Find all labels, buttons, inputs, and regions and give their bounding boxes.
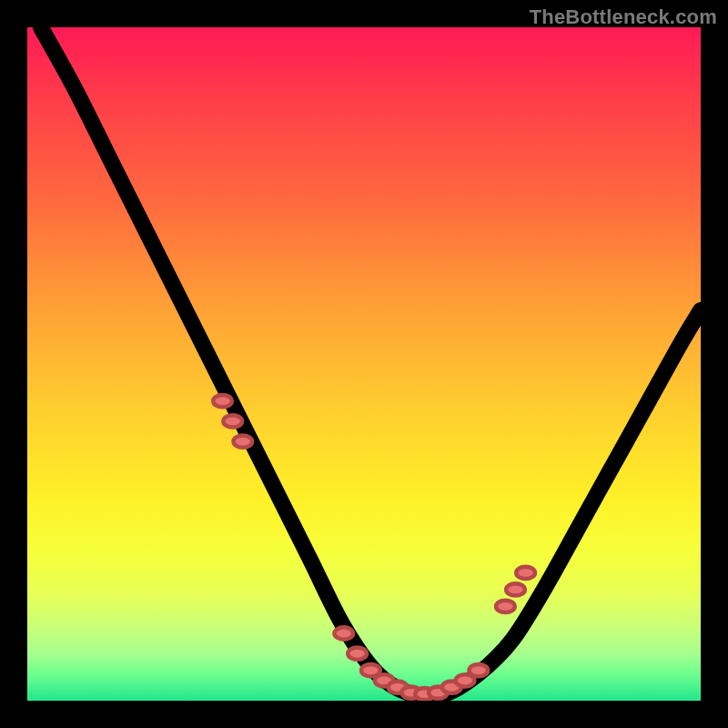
outer-frame: TheBottleneck.com — [0, 0, 728, 728]
plot-area — [27, 27, 701, 701]
data-point — [223, 415, 242, 427]
chart-overlay — [27, 27, 701, 701]
watermark-text: TheBottleneck.com — [530, 5, 717, 29]
data-point — [213, 395, 232, 407]
data-point — [348, 648, 367, 660]
data-point — [516, 567, 535, 579]
data-point — [334, 627, 353, 639]
data-point — [506, 583, 525, 595]
data-point — [469, 664, 488, 676]
data-point — [233, 435, 252, 447]
highlighted-points — [213, 395, 535, 700]
bottleneck-curve — [41, 27, 701, 696]
data-point — [496, 601, 515, 612]
